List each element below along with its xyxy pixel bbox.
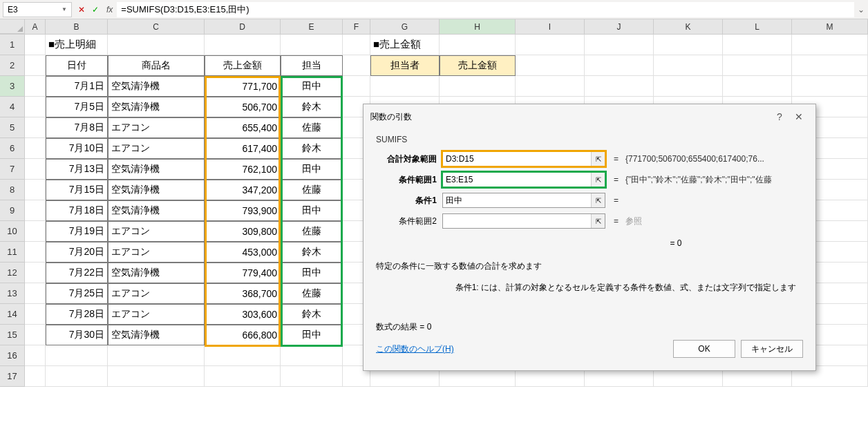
cell[interactable]: 771,700 bbox=[205, 76, 281, 97]
cell[interactable] bbox=[108, 35, 205, 55]
cell[interactable] bbox=[108, 366, 205, 387]
cell[interactable]: 7月19日 bbox=[46, 221, 108, 242]
cell[interactable] bbox=[25, 325, 46, 345]
cell[interactable]: ■売上明細 bbox=[46, 35, 108, 55]
formula-input[interactable] bbox=[117, 2, 854, 17]
arg-input[interactable] bbox=[443, 173, 591, 187]
formula-confirm-button[interactable]: ✓ bbox=[88, 2, 102, 17]
cell[interactable] bbox=[25, 97, 46, 117]
row-header[interactable]: 3 bbox=[0, 76, 25, 97]
function-help-link[interactable]: この関数のヘルプ(H) bbox=[376, 343, 454, 355]
dialog-help-button[interactable]: ? bbox=[770, 110, 789, 124]
select-all-corner[interactable] bbox=[0, 19, 25, 34]
cell[interactable]: 506,700 bbox=[205, 97, 281, 117]
cell[interactable] bbox=[370, 76, 440, 97]
cell[interactable]: 鈴木 bbox=[281, 304, 343, 325]
cell[interactable] bbox=[343, 35, 370, 55]
cell[interactable] bbox=[46, 345, 108, 366]
cell[interactable] bbox=[585, 76, 654, 97]
cell[interactable]: 担当者 bbox=[370, 55, 440, 76]
cell[interactable]: 7月25日 bbox=[46, 283, 108, 304]
cell[interactable] bbox=[440, 35, 516, 55]
cell[interactable] bbox=[723, 55, 792, 76]
range-select-icon[interactable]: ⇱ bbox=[591, 214, 605, 228]
col-header[interactable]: H bbox=[440, 19, 516, 34]
row-header[interactable]: 1 bbox=[0, 35, 25, 55]
row-header[interactable]: 17 bbox=[0, 366, 25, 387]
cell[interactable] bbox=[585, 55, 654, 76]
cell[interactable]: 日付 bbox=[46, 55, 108, 76]
cell[interactable] bbox=[654, 35, 723, 55]
row-header[interactable]: 13 bbox=[0, 283, 25, 304]
row-header[interactable]: 11 bbox=[0, 242, 25, 263]
cell[interactable]: 7月13日 bbox=[46, 159, 108, 180]
cell[interactable]: 売上金額 bbox=[440, 55, 516, 76]
cell[interactable]: 666,800 bbox=[205, 325, 281, 345]
cell[interactable] bbox=[25, 263, 46, 283]
cell[interactable]: 7月22日 bbox=[46, 263, 108, 283]
cell[interactable]: エアコン bbox=[108, 283, 205, 304]
cell[interactable]: 空気清浄機 bbox=[108, 263, 205, 283]
row-header[interactable]: 4 bbox=[0, 97, 25, 117]
cell[interactable]: 空気清浄機 bbox=[108, 76, 205, 97]
dialog-titlebar[interactable]: 関数の引数 ? ✕ bbox=[364, 104, 815, 129]
range-select-icon[interactable]: ⇱ bbox=[591, 152, 605, 166]
cell[interactable]: 7月18日 bbox=[46, 200, 108, 221]
cell[interactable]: ■売上金額 bbox=[370, 35, 440, 55]
cell[interactable] bbox=[792, 55, 868, 76]
cell[interactable] bbox=[585, 35, 654, 55]
cell[interactable]: 佐藤 bbox=[281, 283, 343, 304]
row-header[interactable]: 15 bbox=[0, 325, 25, 345]
row-header[interactable]: 14 bbox=[0, 304, 25, 325]
col-header[interactable]: B bbox=[46, 19, 108, 34]
col-header[interactable]: A bbox=[25, 19, 46, 34]
range-select-icon[interactable]: ⇱ bbox=[591, 193, 605, 207]
cell[interactable] bbox=[25, 283, 46, 304]
cell[interactable] bbox=[25, 76, 46, 97]
cell[interactable] bbox=[25, 242, 46, 263]
cell[interactable] bbox=[46, 366, 108, 387]
col-header[interactable]: D bbox=[205, 19, 281, 34]
row-header[interactable]: 10 bbox=[0, 221, 25, 242]
cell[interactable]: 佐藤 bbox=[281, 180, 343, 200]
col-header[interactable]: K bbox=[654, 19, 723, 34]
cell[interactable]: 田中 bbox=[281, 200, 343, 221]
cell[interactable]: 商品名 bbox=[108, 55, 205, 76]
cell[interactable] bbox=[205, 35, 281, 55]
cell[interactable]: 田中 bbox=[281, 263, 343, 283]
formula-expand-button[interactable]: ⌄ bbox=[854, 2, 868, 17]
cancel-button[interactable]: キャンセル bbox=[741, 340, 803, 358]
cell[interactable] bbox=[343, 76, 370, 97]
cell[interactable]: 655,400 bbox=[205, 117, 281, 138]
arg-input[interactable] bbox=[443, 193, 591, 207]
row-header[interactable]: 9 bbox=[0, 200, 25, 221]
cell[interactable] bbox=[654, 76, 723, 97]
cell[interactable]: 空気清浄機 bbox=[108, 97, 205, 117]
cell[interactable]: 793,900 bbox=[205, 200, 281, 221]
cell[interactable] bbox=[25, 200, 46, 221]
cell[interactable]: 779,400 bbox=[205, 263, 281, 283]
col-header[interactable]: M bbox=[792, 19, 868, 34]
cell[interactable]: 7月28日 bbox=[46, 304, 108, 325]
cell[interactable]: 担当 bbox=[281, 55, 343, 76]
col-header[interactable]: E bbox=[281, 19, 343, 34]
row-header[interactable]: 12 bbox=[0, 263, 25, 283]
col-header[interactable]: F bbox=[343, 19, 370, 34]
row-header[interactable]: 16 bbox=[0, 345, 25, 366]
cell[interactable] bbox=[25, 366, 46, 387]
cell[interactable]: 田中 bbox=[281, 76, 343, 97]
arg-input[interactable] bbox=[443, 214, 591, 228]
cell[interactable]: エアコン bbox=[108, 138, 205, 159]
col-header[interactable]: I bbox=[516, 19, 585, 34]
cell[interactable] bbox=[25, 138, 46, 159]
cell[interactable]: 453,000 bbox=[205, 242, 281, 263]
cell[interactable] bbox=[516, 76, 585, 97]
cell[interactable]: 7月1日 bbox=[46, 76, 108, 97]
cell[interactable]: 7月15日 bbox=[46, 180, 108, 200]
cell[interactable] bbox=[723, 35, 792, 55]
cell[interactable] bbox=[281, 345, 343, 366]
cell[interactable] bbox=[25, 117, 46, 138]
cell[interactable]: エアコン bbox=[108, 221, 205, 242]
cell[interactable]: 空気清浄機 bbox=[108, 200, 205, 221]
cell[interactable]: エアコン bbox=[108, 242, 205, 263]
